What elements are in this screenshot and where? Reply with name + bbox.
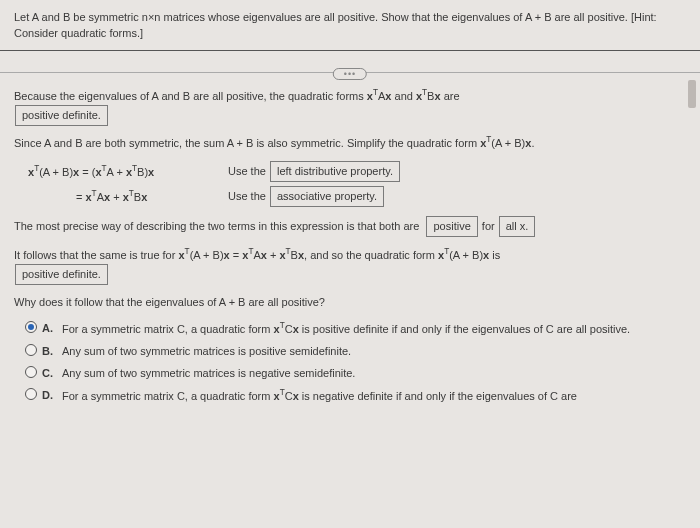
choice-letter: C. [42,365,62,382]
choice-row-a[interactable]: A.For a symmetric matrix C, a quadratic … [20,320,686,338]
radio-d[interactable] [20,387,42,400]
p3-pre: The most precise way of describing the t… [14,220,419,232]
p3-mid: for [482,220,495,232]
choice-text: Any sum of two symmetric matrices is pos… [62,343,686,360]
answer-box-4[interactable]: positive [426,216,477,237]
paragraph-5: Why does it follow that the eigenvalues … [14,294,686,311]
solution-area: Because the eigenvalues of A and B are a… [0,73,700,414]
radio-selected-icon [28,324,34,330]
choice-text: For a symmetric matrix C, a quadratic fo… [62,320,686,338]
radio-a[interactable] [20,320,42,333]
eq2-use: Use the associative property. [228,186,385,207]
choice-letter: A. [42,320,62,337]
choice-row-c[interactable]: C.Any sum of two symmetric matrices is n… [20,365,686,382]
p4-pre: It follows that the same is true for xT(… [14,249,500,261]
paragraph-2: Since A and B are both symmetric, the su… [14,135,686,153]
eq2-useword: Use the [228,190,266,202]
radio-outer-icon[interactable] [25,344,37,356]
answer-box-6[interactable]: positive definite. [15,264,108,285]
paragraph-4: It follows that the same is true for xT(… [14,246,686,285]
answer-box-1[interactable]: positive definite. [15,105,108,126]
choice-group: A.For a symmetric matrix C, a quadratic … [20,320,686,405]
eq-row-1: xT(A + B)x = (xTA + xTB)x Use the left d… [28,161,686,182]
p2-text: Since A and B are both symmetric, the su… [14,137,534,149]
eq1-useword: Use the [228,165,266,177]
answer-box-5[interactable]: all x. [499,216,536,237]
p1-pre: Because the eigenvalues of A and B are a… [14,90,367,102]
question-prompt: Let A and B be symmetric n×n matrices wh… [0,0,700,51]
radio-outer-icon[interactable] [25,388,37,400]
choice-text: For a symmetric matrix C, a quadratic fo… [62,387,686,405]
choice-letter: D. [42,387,62,404]
equation-block: xT(A + B)x = (xTA + xTB)x Use the left d… [28,161,686,207]
answer-box-2[interactable]: left distributive property. [270,161,400,182]
radio-c[interactable] [20,365,42,378]
eq1-lhs: xT(A + B)x = (xTA + xTB)x [28,163,198,181]
paragraph-3: The most precise way of describing the t… [14,216,686,237]
question-text: Let A and B be symmetric n×n matrices wh… [14,11,657,39]
choice-row-d[interactable]: D.For a symmetric matrix C, a quadratic … [20,387,686,405]
radio-outer-icon[interactable] [25,366,37,378]
scroll-thumb[interactable] [688,80,696,108]
eq1-use: Use the left distributive property. [228,161,401,182]
vertical-scrollbar[interactable] [686,80,698,524]
answer-box-3[interactable]: associative property. [270,186,384,207]
radio-outer-icon[interactable] [25,321,37,333]
choice-text: Any sum of two symmetric matrices is neg… [62,365,686,382]
eq-row-2: = xTAx + xTBx Use the associative proper… [28,186,686,207]
radio-b[interactable] [20,343,42,356]
divider: ••• [0,51,700,73]
choice-row-b[interactable]: B.Any sum of two symmetric matrices is p… [20,343,686,360]
eq2-lhs: = xTAx + xTBx [28,188,198,206]
p1-post: are [441,90,460,102]
paragraph-1: Because the eigenvalues of A and B are a… [14,87,686,126]
p1-math: xTAx and xTBx [367,90,441,102]
choice-letter: B. [42,343,62,360]
